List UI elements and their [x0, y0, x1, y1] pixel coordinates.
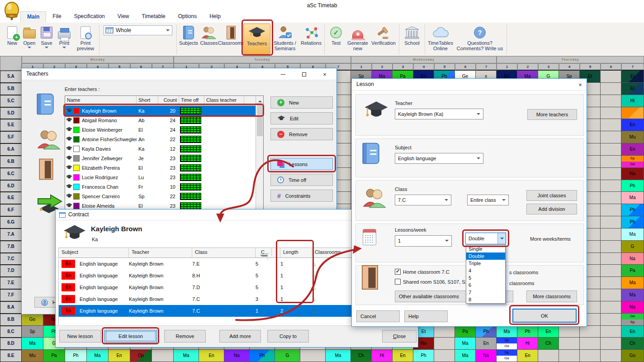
more-teachers-button[interactable]: More teachers — [527, 109, 577, 120]
timetable-cell[interactable]: Ma — [621, 229, 644, 241]
class-row-label[interactable]: 7.B — [0, 241, 22, 253]
timetable-cell[interactable] — [601, 168, 621, 180]
teacher-row[interactable]: Antoine FisherSchweglerAn22 — [65, 134, 263, 144]
classes-button[interactable]: Classes — [199, 24, 219, 54]
timetable-cell[interactable] — [601, 338, 621, 350]
timetable-cell[interactable]: SpGe — [621, 156, 644, 168]
teacher-row[interactable]: Kayla DaviesKa12 — [65, 144, 263, 153]
timetable-cell[interactable]: Ph — [517, 326, 538, 338]
timetable-cell[interactable]: Ph — [621, 204, 644, 216]
students-seminars-button[interactable]: Students / Seminars — [270, 24, 299, 54]
timetable-cell[interactable]: Na — [476, 350, 497, 362]
timetable-cell[interactable]: Go — [22, 314, 43, 326]
ok-button[interactable]: OK — [512, 309, 577, 323]
class-row-label[interactable]: 8.C — [0, 326, 22, 338]
timetable-cell[interactable]: Na — [621, 301, 644, 314]
class-row-label[interactable]: 7.D — [0, 265, 22, 277]
column-header-count[interactable]: Count — [158, 96, 179, 105]
subject-combobox[interactable]: English language — [395, 153, 483, 164]
generate-new-button[interactable]: Generate new — [346, 24, 369, 54]
timetable-cell[interactable] — [601, 83, 621, 95]
timetable-cell[interactable] — [601, 277, 621, 289]
timetable-cell[interactable] — [434, 350, 455, 362]
class-row-label[interactable]: 7.F — [0, 289, 22, 301]
class-row-label[interactable]: 6.D — [0, 180, 22, 192]
open-button[interactable]: Open — [21, 24, 38, 54]
shared-room-checkbox[interactable]: Shared room S106, S107, S108, S109 — [395, 279, 468, 285]
column-header-class[interactable]: Class — [192, 248, 256, 257]
teacher-row[interactable]: Lucie RodríguezLu23 — [65, 172, 263, 182]
close-button[interactable]: × — [315, 69, 335, 80]
class-row-label[interactable]: 7.E — [0, 277, 22, 289]
class-row-label[interactable]: 5.E — [0, 119, 22, 131]
checkbox-checked-icon[interactable] — [395, 269, 401, 275]
timetable-cell[interactable] — [601, 204, 621, 216]
timetable-cell[interactable] — [601, 350, 621, 362]
new-lesson-button[interactable]: New lesson — [59, 330, 101, 343]
timetable-cell[interactable]: En — [517, 350, 538, 362]
minimize-button[interactable] — [273, 69, 293, 80]
more-classrooms-button[interactable]: More classrooms — [526, 291, 577, 302]
timetable-cell[interactable] — [601, 71, 621, 83]
timetable-cell[interactable]: Ph — [621, 180, 644, 192]
timetable-cell[interactable]: Ch — [621, 338, 644, 350]
questions-comments-button[interactable]: ? Questions? Comments? Write us — [455, 24, 505, 54]
class-row-label[interactable]: 5.D — [0, 107, 22, 119]
timetable-cell[interactable]: En — [199, 350, 224, 362]
timetable-cell[interactable] — [538, 350, 559, 362]
timetable-cell[interactable]: Ma — [22, 338, 43, 350]
timetable-cell[interactable]: Ph — [621, 216, 644, 229]
timetable-cell[interactable]: G — [275, 350, 300, 362]
copy-to-button[interactable]: Copy to — [267, 330, 309, 343]
column-header-count[interactable]: C... — [256, 248, 280, 257]
timetable-cell[interactable] — [300, 350, 326, 362]
timetable-cell[interactable] — [601, 131, 621, 143]
teacher-row[interactable]: Spencer CarreiroSp22 — [65, 191, 263, 201]
scrollbar-thumb[interactable] — [257, 105, 263, 136]
timetable-cell[interactable] — [601, 289, 621, 301]
duration-option[interactable]: 8 — [466, 296, 505, 303]
timetable-cell[interactable]: Ph — [476, 326, 497, 338]
timetable-cell[interactable] — [559, 326, 580, 338]
tab-specification[interactable]: Specification — [68, 11, 111, 23]
timetable-cell[interactable]: Hi — [621, 95, 644, 107]
teacher-combobox[interactable]: Kayleigh Brown (Ka) — [395, 109, 483, 119]
column-header-timeoff[interactable]: Time off — [179, 96, 204, 105]
duration-option[interactable]: 4 — [466, 267, 505, 274]
timetable-cell[interactable]: Hi — [372, 350, 393, 362]
column-header-subject[interactable]: Subject — [59, 248, 129, 257]
maximize-button[interactable] — [294, 69, 314, 80]
timetable-cell[interactable]: Ph — [413, 350, 434, 362]
teachers-button[interactable]: Teachers — [243, 24, 270, 54]
timetable-cell[interactable]: Na — [621, 253, 644, 265]
timetable-cell[interactable] — [434, 326, 455, 338]
teacher-row[interactable]: Kayleigh BrownKa20 — [65, 106, 263, 115]
class-row-label[interactable]: 6.A — [0, 143, 22, 156]
timetable-cell[interactable] — [601, 314, 621, 326]
view-mode-combobox[interactable]: Whole — [104, 25, 172, 35]
teacher-row[interactable]: Abigail RomanoAb24 — [65, 115, 263, 125]
timetable-cell[interactable]: Ma — [621, 277, 644, 289]
lesson-dialog-titlebar[interactable]: Lesson — [352, 79, 587, 90]
lessons-per-week-combobox[interactable]: 1 — [395, 235, 452, 247]
timetable-cell[interactable]: En — [476, 338, 497, 350]
timetable-cell[interactable] — [601, 216, 621, 229]
classrooms-button[interactable]: Classrooms — [219, 24, 243, 54]
tab-file[interactable]: File — [46, 11, 67, 23]
checkbox-unchecked-icon[interactable] — [395, 279, 401, 285]
edit-teacher-button[interactable]: Edit — [270, 112, 333, 124]
timetable-cell[interactable] — [601, 180, 621, 192]
timetable-cell[interactable] — [601, 229, 621, 241]
entire-class-combobox[interactable]: Entire class — [467, 195, 509, 205]
tab-options[interactable]: Options — [172, 11, 203, 23]
cancel-button[interactable]: Cancel — [356, 310, 400, 322]
constraints-button[interactable]: # Constraints — [270, 190, 333, 202]
timetable-cell[interactable]: En — [109, 350, 130, 362]
chevron-down-icon[interactable] — [497, 233, 506, 244]
timetable-cell[interactable]: Ma — [455, 338, 476, 350]
timetable-cell[interactable]: Ch — [538, 338, 559, 350]
tab-main[interactable]: Main — [20, 11, 46, 23]
column-header-teacher[interactable]: Teacher — [129, 248, 192, 257]
class-row-label[interactable]: 8.E — [0, 350, 22, 362]
class-combobox[interactable]: 7.C — [395, 195, 451, 205]
